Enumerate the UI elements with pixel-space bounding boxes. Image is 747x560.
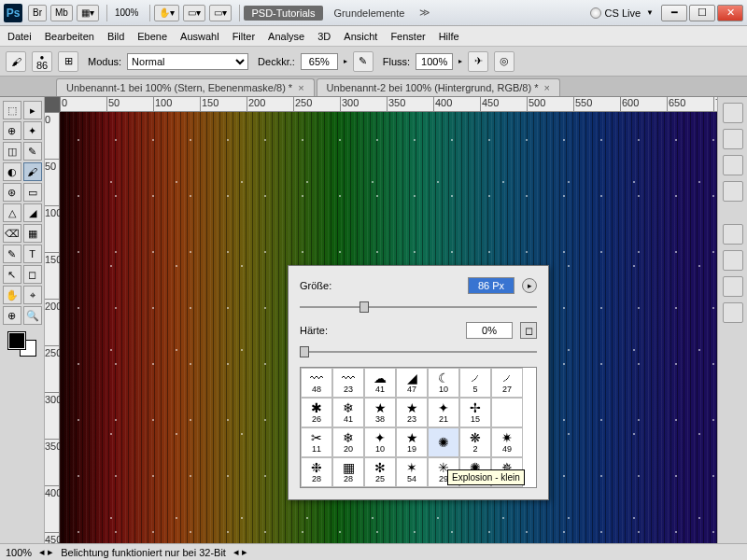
menu-analyse[interactable]: Analyse [268, 31, 304, 42]
minibridge-button[interactable]: Mb [50, 5, 73, 21]
maximize-button[interactable]: ☐ [689, 5, 715, 21]
tool-button[interactable]: ▦ [23, 224, 42, 243]
brush-preset[interactable]: ✦10 [364, 427, 396, 457]
brush-preset[interactable]: ♥ [364, 487, 396, 488]
size-slider[interactable] [300, 301, 537, 313]
flyout-menu-icon[interactable]: ▸ [522, 278, 537, 293]
brush-hardness-input[interactable] [466, 322, 513, 339]
arrange-button[interactable]: ▭▾ [183, 5, 205, 21]
flow-input[interactable] [416, 53, 453, 70]
brush-preset[interactable]: ★19 [396, 427, 428, 457]
tool-button[interactable]: ⊕ [3, 306, 21, 325]
tool-button[interactable]: ⊛ [3, 183, 21, 202]
menu-bearbeiten[interactable]: Bearbeiten [45, 31, 94, 42]
tool-button[interactable]: ⌖ [23, 286, 42, 304]
layout-button[interactable]: ▦▾ [77, 5, 99, 21]
new-preset-icon[interactable]: ◻ [520, 322, 537, 339]
tool-button[interactable]: ✋ [3, 286, 21, 304]
menu-bild[interactable]: Bild [107, 31, 124, 42]
tool-button[interactable]: ✎ [3, 245, 21, 263]
hardness-slider[interactable] [300, 346, 537, 357]
brush-preset[interactable] [491, 398, 523, 427]
brush-preset[interactable]: ⟋27 [491, 368, 523, 398]
brush-preset[interactable]: ∴ [332, 487, 364, 488]
brush-preset[interactable]: ✦21 [428, 398, 459, 427]
adjustments-panel-icon[interactable] [723, 181, 743, 202]
menu-auswahl[interactable]: Auswahl [180, 31, 219, 42]
brush-preset[interactable]: ☁41 [364, 368, 396, 398]
bridge-button[interactable]: Br [28, 5, 47, 21]
brush-preset[interactable]: ☾10 [428, 368, 459, 398]
menu-3d[interactable]: 3D [317, 31, 331, 42]
brush-panel-toggle[interactable]: ⊞ [58, 51, 78, 72]
brush-preset[interactable]: ◢47 [396, 368, 428, 398]
brush-preset[interactable]: ⟋5 [459, 368, 491, 398]
workspace-tab[interactable]: Grundelemente [327, 6, 413, 21]
document-tab[interactable]: Unbenannt-1 bei 100% (Stern, Ebenenmaske… [56, 78, 315, 96]
tool-button[interactable]: ◐ [3, 162, 21, 181]
color-swatch[interactable] [8, 332, 36, 357]
brush-preview[interactable]: ●86 [32, 51, 52, 72]
history-panel-icon[interactable] [723, 302, 743, 323]
brush-preset[interactable] [491, 487, 523, 488]
styles-panel-icon[interactable] [723, 155, 743, 175]
pressure-size-icon[interactable]: ◎ [494, 51, 514, 72]
menu-filter[interactable]: Filter [233, 31, 255, 42]
brush-preset[interactable]: ✶54 [396, 457, 428, 487]
tool-button[interactable]: ↖ [3, 265, 21, 284]
tool-button[interactable]: T [23, 245, 42, 263]
menu-ansicht[interactable]: Ansicht [344, 31, 377, 42]
workspace-tab-active[interactable]: PSD-Tutorials [244, 6, 322, 21]
zoom-level[interactable]: 100% [111, 5, 143, 21]
tool-button[interactable]: ✎ [23, 142, 42, 161]
brush-preset[interactable]: ❄20 [332, 427, 364, 457]
opacity-input[interactable] [301, 53, 338, 70]
tool-button[interactable]: ⌫ [3, 224, 21, 243]
brush-preset[interactable]: ▦28 [332, 457, 364, 487]
close-icon[interactable]: × [543, 82, 549, 93]
brush-size-input[interactable] [468, 277, 514, 294]
close-button[interactable]: ✕ [717, 5, 743, 21]
brush-preset[interactable]: ★23 [396, 398, 428, 427]
brush-preset[interactable]: 〰23 [332, 368, 364, 398]
close-icon[interactable]: × [298, 82, 303, 93]
tool-button[interactable]: ▭ [23, 183, 42, 202]
swatches-panel-icon[interactable] [723, 129, 743, 149]
tool-button[interactable]: 🔍 [23, 306, 42, 325]
brush-preset[interactable]: ❋2 [459, 427, 491, 457]
tool-button[interactable]: ⬚ [3, 101, 21, 119]
tool-button[interactable]: ✦ [23, 121, 42, 140]
menu-ebene[interactable]: Ebene [137, 31, 167, 42]
minimize-button[interactable]: ━ [661, 5, 687, 21]
brush-preset[interactable]: ❉28 [301, 457, 332, 487]
layers-panel-icon[interactable] [723, 224, 743, 245]
cslive-button[interactable]: CS Live▼ [590, 7, 654, 19]
brush-preset[interactable]: ✺ [428, 427, 459, 457]
tool-button[interactable]: △ [3, 203, 21, 222]
brush-preset[interactable]: ✱26 [301, 398, 332, 427]
hand-tool-button[interactable]: ✋▾ [154, 5, 179, 21]
brush-preset[interactable]: ❄41 [332, 398, 364, 427]
airbrush-icon[interactable]: ✈ [468, 51, 488, 72]
brush-preset[interactable]: ✼ [459, 487, 491, 488]
tool-button[interactable]: ◢ [23, 203, 42, 222]
channels-panel-icon[interactable] [723, 250, 743, 271]
paths-panel-icon[interactable] [723, 276, 743, 297]
brush-preset[interactable]: ✂11 [301, 427, 332, 457]
zoom-status[interactable]: 100% [6, 547, 32, 558]
pressure-opacity-icon[interactable]: ✎ [353, 51, 374, 72]
brush-preset[interactable]: ✷49 [491, 427, 523, 457]
chevron-right-icon[interactable]: ≫ [419, 7, 430, 19]
tool-button[interactable]: ◫ [3, 142, 21, 161]
color-panel-icon[interactable] [723, 103, 743, 123]
brush-preset[interactable]: ✻25 [364, 457, 396, 487]
brush-preset[interactable]: ✢15 [459, 398, 491, 427]
tool-button[interactable]: ▸ [23, 101, 42, 119]
screenmode-button[interactable]: ▭▾ [209, 5, 232, 21]
tool-preset-icon[interactable]: 🖌 [6, 51, 26, 72]
tool-button[interactable]: 🖌 [23, 162, 42, 181]
brush-preset[interactable]: ▲ [301, 487, 332, 488]
menu-fenster[interactable]: Fenster [390, 31, 425, 42]
brush-preset[interactable]: 〰48 [301, 368, 332, 398]
menu-hilfe[interactable]: Hilfe [439, 31, 459, 42]
